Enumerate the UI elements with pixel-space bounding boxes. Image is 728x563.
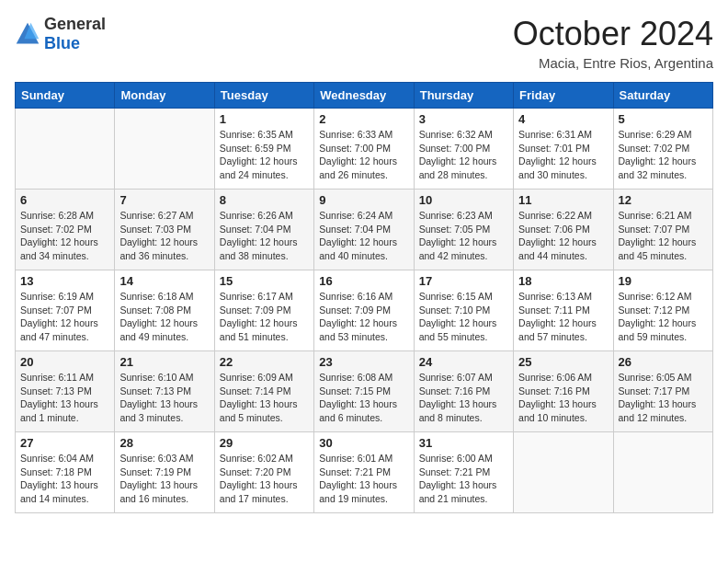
calendar-cell: 10Sunrise: 6:23 AMSunset: 7:05 PMDayligh… <box>414 190 513 270</box>
day-number: 5 <box>619 112 708 126</box>
day-number: 24 <box>419 355 508 369</box>
calendar-cell: 1Sunrise: 6:35 AMSunset: 6:59 PMDaylight… <box>214 109 313 190</box>
day-number: 1 <box>220 112 309 126</box>
calendar-cell: 20Sunrise: 6:11 AMSunset: 7:13 PMDayligh… <box>16 351 115 432</box>
day-number: 30 <box>319 436 408 450</box>
title-block: October 2024 Macia, Entre Rios, Argentin… <box>513 15 713 71</box>
calendar-week-row: 27Sunrise: 6:04 AMSunset: 7:18 PMDayligh… <box>16 432 713 513</box>
day-number: 26 <box>619 355 708 369</box>
day-detail: Sunrise: 6:28 AMSunset: 7:02 PMDaylight:… <box>20 209 109 263</box>
day-detail: Sunrise: 6:01 AMSunset: 7:21 PMDaylight:… <box>319 452 408 506</box>
day-number: 13 <box>20 274 109 288</box>
calendar-cell <box>613 432 712 513</box>
calendar-cell: 29Sunrise: 6:02 AMSunset: 7:20 PMDayligh… <box>214 432 313 513</box>
calendar-cell: 24Sunrise: 6:07 AMSunset: 7:16 PMDayligh… <box>414 351 513 432</box>
calendar-cell: 15Sunrise: 6:17 AMSunset: 7:09 PMDayligh… <box>214 270 313 351</box>
day-detail: Sunrise: 6:02 AMSunset: 7:20 PMDaylight:… <box>220 452 309 506</box>
logo: General Blue <box>15 15 106 53</box>
day-number: 12 <box>619 193 708 207</box>
day-detail: Sunrise: 6:23 AMSunset: 7:05 PMDaylight:… <box>419 209 508 263</box>
day-number: 6 <box>20 193 109 207</box>
day-number: 9 <box>319 193 408 207</box>
day-detail: Sunrise: 6:03 AMSunset: 7:19 PMDaylight:… <box>119 452 209 506</box>
day-detail: Sunrise: 6:13 AMSunset: 7:11 PMDaylight:… <box>518 290 608 344</box>
calendar-cell: 5Sunrise: 6:29 AMSunset: 7:02 PMDaylight… <box>613 109 712 190</box>
day-number: 23 <box>319 355 408 369</box>
day-detail: Sunrise: 6:11 AMSunset: 7:13 PMDaylight:… <box>20 371 109 425</box>
calendar-cell: 11Sunrise: 6:22 AMSunset: 7:06 PMDayligh… <box>514 190 613 270</box>
day-detail: Sunrise: 6:05 AMSunset: 7:17 PMDaylight:… <box>619 371 708 425</box>
calendar-cell <box>16 109 115 190</box>
logo-blue-text: Blue <box>44 34 80 52</box>
day-detail: Sunrise: 6:35 AMSunset: 6:59 PMDaylight:… <box>220 128 309 182</box>
day-number: 22 <box>220 355 309 369</box>
calendar-cell: 21Sunrise: 6:10 AMSunset: 7:13 PMDayligh… <box>115 351 214 432</box>
day-detail: Sunrise: 6:17 AMSunset: 7:09 PMDaylight:… <box>220 290 309 344</box>
calendar-cell <box>115 109 214 190</box>
page-header: General Blue October 2024 Macia, Entre R… <box>15 15 713 71</box>
month-title: October 2024 <box>513 15 713 53</box>
day-detail: Sunrise: 6:22 AMSunset: 7:06 PMDaylight:… <box>518 209 608 263</box>
day-detail: Sunrise: 6:07 AMSunset: 7:16 PMDaylight:… <box>419 371 508 425</box>
weekday-header-friday: Friday <box>514 83 613 109</box>
calendar-cell: 7Sunrise: 6:27 AMSunset: 7:03 PMDaylight… <box>115 190 214 270</box>
calendar-cell: 17Sunrise: 6:15 AMSunset: 7:10 PMDayligh… <box>414 270 513 351</box>
day-number: 28 <box>119 436 209 450</box>
day-number: 17 <box>419 274 508 288</box>
day-detail: Sunrise: 6:12 AMSunset: 7:12 PMDaylight:… <box>619 290 708 344</box>
day-detail: Sunrise: 6:10 AMSunset: 7:13 PMDaylight:… <box>119 371 209 425</box>
calendar-cell: 28Sunrise: 6:03 AMSunset: 7:19 PMDayligh… <box>115 432 214 513</box>
calendar-week-row: 13Sunrise: 6:19 AMSunset: 7:07 PMDayligh… <box>16 270 713 351</box>
calendar-cell: 12Sunrise: 6:21 AMSunset: 7:07 PMDayligh… <box>613 190 712 270</box>
calendar-cell: 31Sunrise: 6:00 AMSunset: 7:21 PMDayligh… <box>414 432 513 513</box>
calendar-cell: 2Sunrise: 6:33 AMSunset: 7:00 PMDaylight… <box>314 109 414 190</box>
calendar-cell: 13Sunrise: 6:19 AMSunset: 7:07 PMDayligh… <box>16 270 115 351</box>
day-number: 10 <box>419 193 508 207</box>
day-detail: Sunrise: 6:29 AMSunset: 7:02 PMDaylight:… <box>619 128 708 182</box>
calendar-week-row: 1Sunrise: 6:35 AMSunset: 6:59 PMDaylight… <box>16 109 713 190</box>
calendar-cell: 30Sunrise: 6:01 AMSunset: 7:21 PMDayligh… <box>314 432 414 513</box>
day-number: 8 <box>220 193 309 207</box>
calendar-cell: 3Sunrise: 6:32 AMSunset: 7:00 PMDaylight… <box>414 109 513 190</box>
weekday-header-sunday: Sunday <box>16 83 115 109</box>
calendar-cell: 27Sunrise: 6:04 AMSunset: 7:18 PMDayligh… <box>16 432 115 513</box>
day-number: 21 <box>119 355 209 369</box>
day-detail: Sunrise: 6:21 AMSunset: 7:07 PMDaylight:… <box>619 209 708 263</box>
calendar-cell: 25Sunrise: 6:06 AMSunset: 7:16 PMDayligh… <box>514 351 613 432</box>
calendar-cell: 6Sunrise: 6:28 AMSunset: 7:02 PMDaylight… <box>16 190 115 270</box>
calendar-week-row: 20Sunrise: 6:11 AMSunset: 7:13 PMDayligh… <box>16 351 713 432</box>
day-detail: Sunrise: 6:26 AMSunset: 7:04 PMDaylight:… <box>220 209 309 263</box>
day-detail: Sunrise: 6:32 AMSunset: 7:00 PMDaylight:… <box>419 128 508 182</box>
logo-general-text: General <box>44 15 106 33</box>
day-detail: Sunrise: 6:06 AMSunset: 7:16 PMDaylight:… <box>518 371 608 425</box>
day-detail: Sunrise: 6:09 AMSunset: 7:14 PMDaylight:… <box>220 371 309 425</box>
day-detail: Sunrise: 6:24 AMSunset: 7:04 PMDaylight:… <box>319 209 408 263</box>
day-number: 25 <box>518 355 608 369</box>
calendar-cell: 9Sunrise: 6:24 AMSunset: 7:04 PMDaylight… <box>314 190 414 270</box>
weekday-header-monday: Monday <box>115 83 214 109</box>
calendar-header-row: SundayMondayTuesdayWednesdayThursdayFrid… <box>16 83 713 109</box>
calendar-cell: 8Sunrise: 6:26 AMSunset: 7:04 PMDaylight… <box>214 190 313 270</box>
calendar-cell: 18Sunrise: 6:13 AMSunset: 7:11 PMDayligh… <box>514 270 613 351</box>
day-detail: Sunrise: 6:00 AMSunset: 7:21 PMDaylight:… <box>419 452 508 506</box>
day-detail: Sunrise: 6:19 AMSunset: 7:07 PMDaylight:… <box>20 290 109 344</box>
weekday-header-saturday: Saturday <box>613 83 712 109</box>
day-number: 11 <box>518 193 608 207</box>
weekday-header-wednesday: Wednesday <box>314 83 414 109</box>
day-number: 18 <box>518 274 608 288</box>
calendar-cell <box>514 432 613 513</box>
day-number: 16 <box>319 274 408 288</box>
day-number: 7 <box>119 193 209 207</box>
calendar-cell: 16Sunrise: 6:16 AMSunset: 7:09 PMDayligh… <box>314 270 414 351</box>
logo-icon <box>15 21 40 47</box>
day-number: 29 <box>220 436 309 450</box>
day-detail: Sunrise: 6:04 AMSunset: 7:18 PMDaylight:… <box>20 452 109 506</box>
calendar-cell: 4Sunrise: 6:31 AMSunset: 7:01 PMDaylight… <box>514 109 613 190</box>
day-detail: Sunrise: 6:16 AMSunset: 7:09 PMDaylight:… <box>319 290 408 344</box>
day-detail: Sunrise: 6:27 AMSunset: 7:03 PMDaylight:… <box>119 209 209 263</box>
day-number: 4 <box>518 112 608 126</box>
location-title: Macia, Entre Rios, Argentina <box>513 55 713 71</box>
day-number: 15 <box>220 274 309 288</box>
day-number: 19 <box>619 274 708 288</box>
day-detail: Sunrise: 6:08 AMSunset: 7:15 PMDaylight:… <box>319 371 408 425</box>
